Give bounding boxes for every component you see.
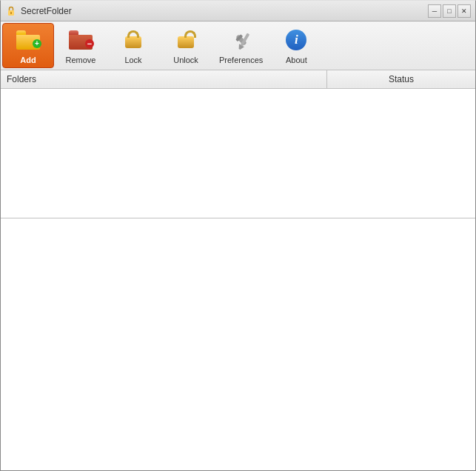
preferences-button[interactable]: Preferences <box>212 23 269 68</box>
close-button[interactable]: ✕ <box>457 4 471 18</box>
unlock-button[interactable]: Unlock <box>160 23 212 68</box>
minimize-button[interactable]: ─ <box>428 4 441 18</box>
app-title: SecretFolder <box>21 6 72 16</box>
remove-icon: − <box>67 27 94 53</box>
svg-rect-1 <box>10 12 12 14</box>
add-button[interactable]: + Add <box>2 23 54 68</box>
app-window: SecretFolder ─ □ ✕ + Add <box>0 0 476 471</box>
add-icon: + <box>15 27 41 53</box>
maximize-button[interactable]: □ <box>443 4 456 18</box>
content-area: Folders Status <box>1 70 475 470</box>
add-label: Add <box>20 56 36 64</box>
remove-button[interactable]: − Remove <box>55 23 107 68</box>
lock-label: Lock <box>124 56 141 64</box>
about-icon: i <box>283 27 309 53</box>
table-body-top <box>1 89 475 218</box>
preferences-label: Preferences <box>219 56 263 64</box>
app-title-icon <box>5 5 17 17</box>
preferences-icon <box>228 27 255 53</box>
status-column-header: Status <box>327 70 475 88</box>
lock-icon <box>120 27 147 53</box>
title-bar-left: SecretFolder <box>5 5 72 17</box>
toolbar: + Add − Remove L <box>1 21 475 70</box>
lock-button[interactable]: Lock <box>107 23 159 68</box>
title-bar: SecretFolder ─ □ ✕ <box>1 1 475 21</box>
about-button[interactable]: i About <box>270 23 322 68</box>
about-label: About <box>286 56 307 64</box>
folders-column-header: Folders <box>1 70 327 88</box>
table-header: Folders Status <box>1 70 475 89</box>
remove-label: Remove <box>66 56 96 64</box>
table-body-bottom <box>1 218 475 470</box>
unlock-label: Unlock <box>173 56 198 64</box>
unlock-icon <box>172 27 199 53</box>
title-buttons: ─ □ ✕ <box>428 4 471 18</box>
